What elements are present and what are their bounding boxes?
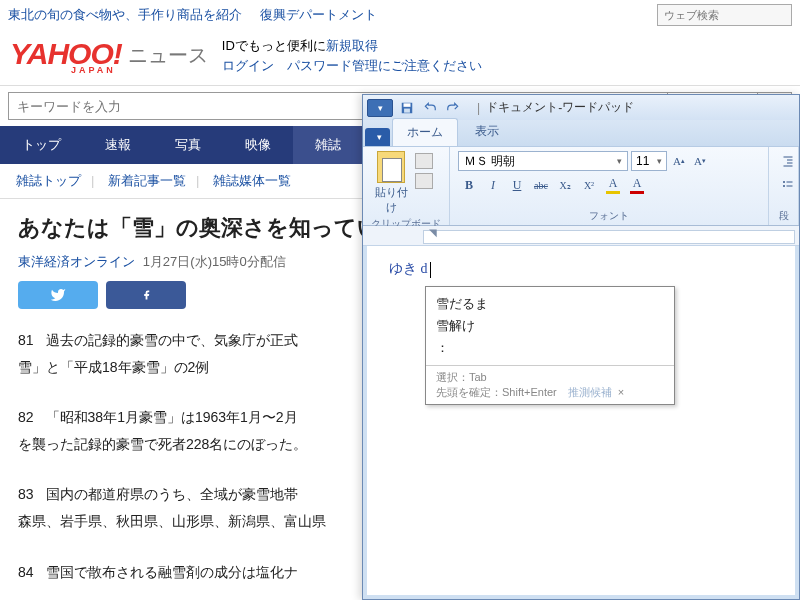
font-size-value: 11: [636, 154, 649, 168]
highlight-a: A: [609, 176, 618, 191]
subtab-media-list[interactable]: 雑誌媒体一覧: [213, 173, 291, 188]
tab-breaking[interactable]: 速報: [83, 126, 153, 164]
grow-font-button[interactable]: A▴: [670, 151, 688, 171]
file-tab[interactable]: [365, 128, 390, 146]
list-icon: [781, 179, 795, 191]
group-label-font: フォント: [458, 209, 760, 223]
ruler[interactable]: ◥: [363, 226, 799, 246]
typed-text: ゆき d: [389, 261, 428, 276]
promo-link[interactable]: 復興デパートメント: [260, 7, 377, 22]
tab-view[interactable]: 表示: [460, 117, 514, 146]
twitter-share-button[interactable]: [18, 281, 98, 309]
redo-icon: [446, 101, 460, 115]
signup-link[interactable]: 新規取得: [326, 38, 378, 53]
ime-prediction-link[interactable]: 推測候補: [568, 386, 612, 398]
twitter-icon: [48, 287, 68, 303]
svg-point-11: [783, 185, 785, 187]
copy-button[interactable]: [415, 173, 433, 189]
group-clipboard: 貼り付け クリップボード: [363, 147, 450, 225]
group-label-paragraph: 段: [777, 209, 790, 223]
bold-button[interactable]: B: [458, 175, 480, 195]
shrink-font-button[interactable]: A▾: [691, 151, 709, 171]
ime-candidate-window: 雪だるま 雪解け ： 選択：Tab 先頭を確定：Shift+Enter 推測候補…: [425, 286, 675, 405]
svg-point-9: [783, 181, 785, 183]
paste-icon: [377, 151, 405, 183]
group-font: ＭＳ 明朝 11 A▴ A▾ B I U abc X₂ X² A A フォント: [450, 147, 769, 225]
tab-magazine[interactable]: 雑誌: [293, 126, 363, 164]
cut-button[interactable]: [415, 153, 433, 169]
article-source[interactable]: 東洋経済オンライン: [18, 254, 135, 269]
save-button[interactable]: [397, 99, 417, 117]
ime-candidate[interactable]: 雪だるま: [436, 293, 664, 315]
para-num: 83: [18, 486, 34, 502]
indent-icon: [781, 155, 795, 167]
news-label: ニュース: [128, 42, 208, 69]
facebook-icon: [141, 286, 152, 304]
para-text: 国内の都道府県のうち、全域が豪雪地帯: [46, 486, 298, 502]
font-size-select[interactable]: 11: [631, 151, 667, 171]
text-cursor: [430, 262, 431, 278]
highlight-swatch: [606, 191, 620, 194]
font-color-button[interactable]: A: [626, 175, 648, 195]
promo-text[interactable]: 東北の旬の食べ物や、手作り商品を紹介: [8, 7, 242, 22]
sep: |: [196, 173, 199, 188]
group-paragraph: 段: [769, 147, 799, 225]
para-text: 雪」と「平成18年豪雪」の2例: [18, 359, 209, 375]
subscript-button[interactable]: X₂: [554, 175, 576, 195]
ime-candidate[interactable]: ：: [436, 337, 664, 359]
para-num: 84: [18, 564, 34, 580]
svg-rect-4: [404, 108, 410, 112]
redo-button[interactable]: [443, 99, 463, 117]
svg-rect-3: [404, 103, 411, 107]
yahoo-logo[interactable]: YAHOO! JAPAN: [10, 37, 122, 75]
ruler-indent-marker[interactable]: ◥: [429, 227, 437, 238]
document-area[interactable]: ゆき d 雪だるま 雪解け ： 選択：Tab 先頭を確定：Shift+Enter…: [367, 246, 795, 595]
para-num: 81: [18, 332, 34, 348]
list-button[interactable]: [777, 175, 799, 195]
para-text: を襲った記録的豪雪で死者228名にのぼった。: [18, 436, 307, 452]
subtab-magazine-top[interactable]: 雑誌トップ: [16, 173, 81, 188]
para-text: 過去の記録的豪雪の中で、気象庁が正式: [46, 332, 298, 348]
ime-hint-confirm: 先頭を確定：Shift+Enter: [436, 386, 557, 398]
font-name-select[interactable]: ＭＳ 明朝: [458, 151, 628, 171]
underline-button[interactable]: U: [506, 175, 528, 195]
window-title-doc: ドキュメント: [486, 99, 558, 116]
paste-button[interactable]: 貼り付け: [371, 151, 411, 215]
italic-button[interactable]: I: [482, 175, 504, 195]
login-line1: IDでもっと便利に: [222, 38, 326, 53]
wordpad-window: | ドキュメント - ワードパッド ホーム 表示 貼り付け クリップボード: [362, 94, 800, 600]
undo-button[interactable]: [420, 99, 440, 117]
tab-video[interactable]: 映像: [223, 126, 293, 164]
ime-close-button[interactable]: ×: [618, 386, 624, 398]
subtab-new-articles[interactable]: 新着記事一覧: [108, 173, 186, 188]
sep: |: [91, 173, 94, 188]
para-text: 雪国で散布される融雪剤の成分は塩化ナ: [46, 564, 298, 580]
strikethrough-button[interactable]: abc: [530, 175, 552, 195]
window-title-app: ワードパッド: [562, 99, 634, 116]
superscript-button[interactable]: X²: [578, 175, 600, 195]
para-text: 森県、岩手県、秋田県、山形県、新潟県、富山県: [18, 513, 326, 529]
save-icon: [400, 101, 414, 115]
font-name-value: ＭＳ 明朝: [464, 153, 515, 170]
sep: |: [477, 101, 480, 115]
tab-photo[interactable]: 写真: [153, 126, 223, 164]
tab-top[interactable]: トップ: [0, 126, 83, 164]
facebook-share-button[interactable]: [106, 281, 186, 309]
color-a: A: [633, 176, 642, 191]
indent-decrease-button[interactable]: [777, 151, 799, 171]
paste-label: 貼り付け: [371, 185, 411, 215]
ime-hint-select: 選択：Tab: [436, 370, 624, 385]
undo-icon: [423, 101, 437, 115]
color-swatch: [630, 191, 644, 194]
login-link[interactable]: ログイン: [222, 58, 274, 73]
app-menu-button[interactable]: [367, 99, 393, 117]
tab-home[interactable]: ホーム: [392, 118, 458, 146]
titlebar[interactable]: | ドキュメント - ワードパッド: [363, 95, 799, 120]
para-text: 「昭和38年1月豪雪」は1963年1月〜2月: [46, 409, 298, 425]
ime-candidate[interactable]: 雪解け: [436, 315, 664, 337]
highlight-color-button[interactable]: A: [602, 175, 624, 195]
para-num: 82: [18, 409, 34, 425]
article-date: 1月27日(水)15時0分配信: [143, 254, 286, 269]
password-note-link[interactable]: パスワード管理にご注意ください: [287, 58, 482, 73]
web-search-input[interactable]: [657, 4, 792, 26]
